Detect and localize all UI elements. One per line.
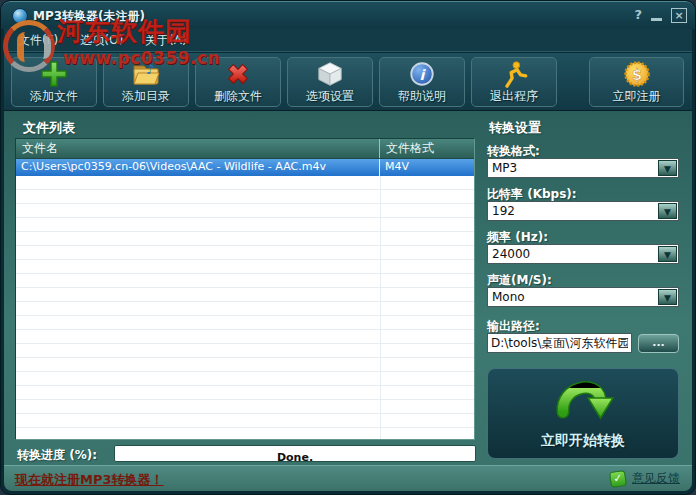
chevron-down-icon[interactable]: ▼	[658, 289, 677, 305]
help-button-toolbar[interactable]: i 帮助说明	[379, 57, 465, 107]
status-bar: 现在就注册MP3转换器！ ✓ 意见反馈	[4, 465, 692, 491]
options-button[interactable]: 选项设置	[287, 57, 373, 107]
window-title: MP3转换器(未注册)	[33, 8, 145, 25]
feedback-label: 意见反馈	[632, 470, 680, 487]
toolbar-button-label: 退出程序	[490, 89, 538, 103]
browse-button[interactable]: ...	[638, 334, 679, 353]
format-dropdown[interactable]: MP3 ▼	[487, 158, 679, 178]
window-controls: ? ×	[634, 6, 687, 24]
feedback-check-icon: ✓	[609, 469, 627, 487]
toolbar-button-label: 添加目录	[122, 89, 170, 103]
format-value: MP3	[488, 159, 657, 177]
convert-arrow-icon	[550, 374, 616, 432]
delete-file-button[interactable]: 删除文件	[195, 57, 281, 107]
column-header-format[interactable]: 文件格式	[380, 139, 474, 158]
options-cube-icon	[316, 59, 344, 89]
add-file-button[interactable]: 添加文件	[11, 57, 97, 107]
menu-bar: 文件(F) 选项(O) 关于(A)	[4, 29, 692, 52]
register-button[interactable]: $ 立即注册	[589, 57, 684, 107]
toolbar: 添加文件 ♪ 添加目录 删除文件 选项设置 i 帮助说明	[4, 53, 692, 111]
chevron-down-icon[interactable]: ▼	[658, 160, 677, 176]
channel-value: Mono	[488, 288, 657, 306]
frequency-value: 24000	[488, 245, 657, 263]
progress-label: 转换进度 (%):	[17, 447, 97, 464]
add-folder-button[interactable]: ♪ 添加目录	[103, 57, 189, 107]
progress-status-text: Done.	[277, 451, 313, 464]
bitrate-value: 192	[488, 202, 657, 220]
toolbar-button-label: 添加文件	[30, 89, 78, 103]
menu-file[interactable]: 文件(F)	[18, 32, 58, 49]
feedback-link[interactable]: ✓ 意见反馈	[610, 470, 680, 487]
help-info-icon: i	[408, 59, 436, 89]
start-convert-button[interactable]: 立即开始转换	[487, 368, 679, 459]
settings-heading: 转换设置	[489, 119, 541, 137]
file-format-cell: M4V	[380, 159, 474, 176]
title-bar: MP3转换器(未注册) ? ×	[1, 1, 695, 29]
channel-dropdown[interactable]: Mono ▼	[487, 287, 679, 307]
file-list-heading: 文件列表	[23, 119, 75, 137]
file-list-empty-area[interactable]	[16, 176, 474, 439]
chevron-down-icon[interactable]: ▼	[658, 246, 677, 262]
output-path-input[interactable]	[487, 333, 632, 353]
register-coin-icon: $	[622, 59, 652, 89]
toolbar-button-label: 立即注册	[613, 89, 661, 103]
svg-text:$: $	[631, 66, 641, 84]
file-list-panel: 文件名 文件格式 C:\Users\pc0359.cn-06\Videos\AA…	[15, 138, 475, 440]
close-button[interactable]: ×	[671, 8, 687, 23]
column-header-filename[interactable]: 文件名	[16, 139, 380, 158]
toolbar-button-label: 帮助说明	[398, 89, 446, 103]
app-window: MP3转换器(未注册) ? × 文件(F) 选项(O) 关于(A) 添加文件 ♪…	[0, 0, 696, 495]
toolbar-button-label: 选项设置	[306, 89, 354, 103]
menu-options[interactable]: 选项(O)	[80, 32, 123, 49]
file-list-header: 文件名 文件格式	[16, 139, 474, 159]
help-button[interactable]: ?	[634, 7, 642, 23]
column-separator	[380, 176, 381, 439]
add-file-plus-icon	[40, 59, 68, 89]
frequency-dropdown[interactable]: 24000 ▼	[487, 244, 679, 264]
main-body: 文件列表 文件名 文件格式 C:\Users\pc0359.cn-06\Vide…	[4, 111, 692, 465]
file-name-cell: C:\Users\pc0359.cn-06\Videos\AAC - Wildl…	[16, 159, 380, 176]
app-icon	[12, 8, 28, 24]
register-now-link[interactable]: 现在就注册MP3转换器！	[15, 471, 164, 489]
chevron-down-icon[interactable]: ▼	[658, 203, 677, 219]
toolbar-button-label: 删除文件	[214, 89, 262, 103]
add-folder-icon: ♪	[131, 59, 161, 89]
file-list-row-selected[interactable]: C:\Users\pc0359.cn-06\Videos\AAC - Wildl…	[16, 159, 474, 176]
progress-bar: Done.	[114, 445, 476, 462]
exit-runner-icon	[500, 59, 528, 89]
delete-cross-icon	[224, 59, 252, 89]
menu-about[interactable]: 关于(A)	[145, 32, 187, 49]
svg-text:♪: ♪	[146, 62, 154, 77]
exit-button[interactable]: 退出程序	[471, 57, 557, 107]
minimize-button[interactable]	[651, 18, 662, 21]
bitrate-dropdown[interactable]: 192 ▼	[487, 201, 679, 221]
start-convert-label: 立即开始转换	[541, 432, 625, 450]
